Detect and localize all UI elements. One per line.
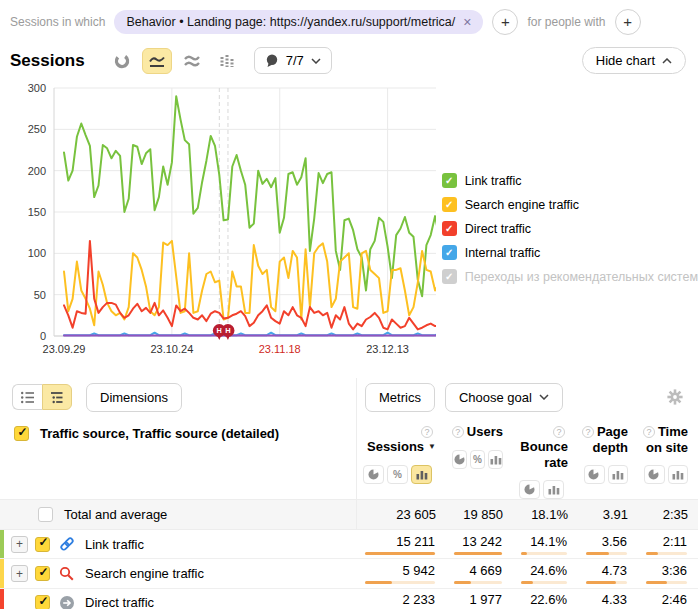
toggle-bars-button[interactable]	[543, 480, 564, 499]
bars-icon	[672, 469, 684, 480]
total-row-checkbox[interactable]	[38, 507, 53, 522]
legend-checkbox[interactable]: ✓	[442, 245, 457, 260]
toggle-bars-button[interactable]	[668, 465, 689, 484]
sessions-line-chart[interactable]: 05010015020025030023.09.2923.10.2423.11.…	[4, 74, 436, 358]
metric-bar-fill	[521, 552, 527, 555]
expand-button[interactable]: +	[11, 565, 28, 582]
metric-view-toggles	[580, 465, 628, 484]
metric-value: 14.1%	[530, 534, 567, 549]
tree-view-button[interactable]	[42, 384, 72, 410]
stacked-area-icon	[183, 53, 201, 69]
sessions-in-which-label: Sessions in which	[10, 15, 105, 29]
legend-item[interactable]: ✓Direct traffic	[442, 221, 698, 236]
help-icon[interactable]: ?	[582, 426, 594, 438]
legend-checkbox[interactable]: ✓	[442, 269, 457, 284]
metric-value-cell: 14.1%	[512, 530, 577, 558]
metric-header[interactable]: ?Sessions▼	[359, 424, 436, 455]
chip-remove-icon[interactable]: ×	[463, 17, 471, 27]
total-value: 18.1%	[531, 507, 568, 522]
svg-text:250: 250	[28, 123, 46, 135]
svg-text:300: 300	[28, 82, 46, 94]
row-values: 5 9424 66924.6%4.733:36	[356, 559, 698, 587]
metric-header[interactable]: ?Time on site	[640, 424, 688, 455]
table-rows: +✓Link traffic15 21113 24214.1%3.562:11+…	[0, 530, 698, 609]
choose-goal-button[interactable]: Choose goal	[445, 383, 563, 412]
legend-checkbox[interactable]: ✓	[442, 197, 457, 212]
hide-chart-button[interactable]: Hide chart	[582, 47, 686, 74]
legend-checkbox[interactable]: ✓	[442, 221, 457, 236]
metric-value-cell: 2 233	[356, 589, 445, 609]
metric-bar-fill	[586, 552, 609, 555]
chart-type-columns-button[interactable]	[212, 48, 242, 74]
toggle-pie-button[interactable]	[363, 465, 384, 484]
toggle-bars-button[interactable]	[608, 465, 629, 484]
help-icon[interactable]: ?	[452, 426, 464, 438]
metric-header[interactable]: ?Page depth	[580, 424, 628, 455]
metric-header[interactable]: ?Bounce rate	[515, 424, 568, 470]
segment-chip-label: Behavior • Landing page: https://yandex.…	[126, 15, 455, 29]
legend-item[interactable]: ✓Link traffic	[442, 173, 698, 188]
toggle-pie-button[interactable]	[519, 480, 540, 499]
svg-text:H: H	[225, 326, 230, 335]
toggle-bars-button[interactable]	[488, 450, 503, 469]
toggle-pie-button[interactable]	[452, 450, 467, 469]
legend-item[interactable]: ✓Переходы из рекомендательных систем	[442, 269, 698, 284]
toggle-pie-button[interactable]	[584, 465, 605, 484]
row-checkbox[interactable]: ✓	[35, 566, 50, 581]
segments-dropdown[interactable]: 7/7	[254, 47, 332, 74]
metric-bar-track	[521, 552, 567, 555]
yandex-metrica-report: Sessions in which Behavior • Landing pag…	[0, 0, 698, 609]
check-icon: ✓	[445, 199, 453, 210]
row-label: Search engine traffic	[85, 566, 204, 581]
metric-value: 1 977	[469, 592, 502, 607]
help-icon[interactable]: ?	[553, 426, 565, 438]
legend-checkbox[interactable]: ✓	[442, 173, 457, 188]
legend-item[interactable]: ✓Internal traffic	[442, 245, 698, 260]
chart-type-pie-button[interactable]	[107, 48, 137, 74]
add-people-condition-button[interactable]: +	[615, 9, 641, 35]
metric-headers: ?Sessions▼%?Users%?Bounce rate?Page dept…	[356, 416, 698, 499]
dimension-checkbox[interactable]: ✓	[14, 426, 29, 441]
add-session-condition-button[interactable]: +	[492, 9, 518, 35]
metric-bar-track	[646, 552, 687, 555]
help-icon[interactable]: ?	[643, 426, 655, 438]
svg-text:150: 150	[28, 206, 46, 218]
chart-type-line-button[interactable]	[142, 48, 172, 74]
metrics-button[interactable]: Metrics	[365, 383, 435, 412]
metric-value-cell: 2:46	[637, 589, 697, 609]
total-value-cell: 3.91	[578, 500, 638, 529]
total-value-cell: 23 605	[357, 500, 446, 529]
total-value: 3.91	[603, 507, 628, 522]
metric-value: 2:46	[662, 592, 687, 607]
metric-column-page-depth: ?Page depth	[578, 416, 638, 499]
help-icon[interactable]: ?	[421, 426, 433, 438]
table-toolbar-right: Metrics Choose goal	[356, 378, 698, 416]
view-mode-switcher	[12, 384, 72, 410]
toggle-percent-button[interactable]: %	[387, 465, 408, 484]
metric-value: 4.73	[602, 563, 627, 578]
expand-button[interactable]: +	[11, 536, 28, 553]
bars-icon	[416, 469, 428, 480]
doughnut-icon	[113, 53, 131, 69]
toggle-bars-button[interactable]	[411, 465, 432, 484]
metric-column-sessions: ?Sessions▼%	[357, 416, 446, 499]
legend-item[interactable]: ✓Search engine traffic	[442, 197, 698, 212]
toggle-percent-button[interactable]: %	[470, 450, 485, 469]
table-settings-button[interactable]	[666, 388, 684, 406]
metric-header[interactable]: ?Users	[448, 424, 503, 440]
row-label-cell: ✓Direct traffic	[0, 589, 356, 609]
dimensions-button[interactable]: Dimensions	[86, 383, 182, 412]
chart-type-stacked-button[interactable]	[177, 48, 207, 74]
metric-value-cell: 22.6%	[512, 589, 577, 609]
table-toolbar-left: Dimensions	[0, 378, 356, 416]
list-view-button[interactable]	[12, 384, 42, 410]
row-checkbox[interactable]: ✓	[35, 595, 50, 609]
toggle-pie-button[interactable]	[644, 465, 665, 484]
sort-desc-icon: ▼	[428, 442, 436, 451]
segment-chip[interactable]: Behavior • Landing page: https://yandex.…	[114, 10, 483, 34]
total-value: 23 605	[396, 507, 436, 522]
metric-bar-fill	[646, 552, 658, 555]
metric-value-cell: 15 211	[356, 530, 445, 558]
row-checkbox[interactable]: ✓	[35, 537, 50, 552]
table-header-row: ✓ Traffic source, Traffic source (detail…	[0, 416, 698, 499]
